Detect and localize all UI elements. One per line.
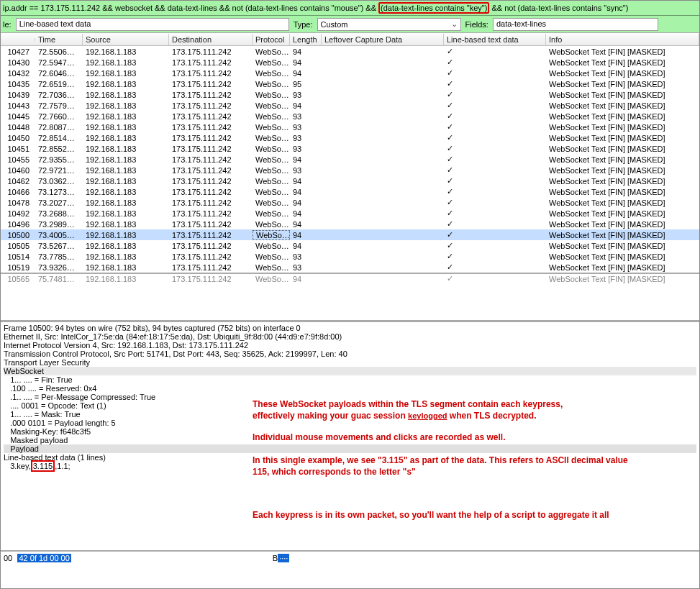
packet-list-body[interactable]: 1042772.5506…192.168.1.183173.175.111.24… [1, 46, 699, 320]
type-combo[interactable]: Custom [317, 18, 461, 31]
detail-line[interactable]: Internet Protocol Version 4, Src: 192.16… [4, 341, 696, 350]
packet-row[interactable]: 1051473.7785…192.168.1.183173.175.111.24… [1, 251, 699, 262]
cell: WebSocket Text [FIN] [MASKED] [546, 177, 699, 186]
display-filter-bar[interactable]: ip.addr == 173.175.111.242 && websocket … [1, 1, 699, 15]
col-src[interactable]: Source [83, 34, 169, 45]
cell: 10565 [1, 275, 35, 283]
packet-list-header[interactable]: Time Source Destination Protocol Length … [1, 33, 699, 46]
cell: 72.7579… [35, 101, 83, 110]
cell: 192.168.1.183 [83, 177, 169, 186]
detail-line[interactable]: Payload [4, 444, 696, 453]
cell: 94 [290, 155, 322, 164]
fields-input[interactable]: data-text-lines [493, 18, 658, 31]
packet-row[interactable]: 1045172.8552…192.168.1.183173.175.111.24… [1, 143, 699, 154]
filter-text-post: && not (data-text-lines contains "sync") [491, 4, 628, 12]
packet-row[interactable]: 1043572.6519…192.168.1.183173.175.111.24… [1, 78, 699, 89]
chevron-down-icon [451, 19, 458, 29]
cell: WebSo… [253, 69, 290, 78]
packet-detail-pane[interactable]: Frame 10500: 94 bytes on wire (752 bits)… [1, 320, 699, 550]
packet-row[interactable]: 1045072.8514…192.168.1.183173.175.111.24… [1, 132, 699, 143]
cell: 173.175.111.242 [169, 263, 253, 272]
cell: 10435 [1, 80, 35, 88]
detail-line[interactable]: .100 .... = Reserved: 0x4 [4, 384, 696, 393]
cell: 10492 [1, 209, 35, 218]
packet-row[interactable]: 1044872.8087…192.168.1.183173.175.111.24… [1, 122, 699, 132]
cell: ✓ [444, 133, 546, 142]
detail-line[interactable]: Frame 10500: 94 bytes on wire (752 bits)… [4, 324, 696, 332]
packet-list-pane[interactable]: Time Source Destination Protocol Length … [1, 32, 699, 320]
packet-row[interactable]: 1046072.9721…192.168.1.183173.175.111.24… [1, 165, 699, 175]
hex-ascii-sel: ···· [278, 554, 289, 562]
packet-row[interactable]: 1043072.5947…192.168.1.183173.175.111.24… [1, 57, 699, 68]
packet-row[interactable]: 1044572.7660…192.168.1.183173.175.111.24… [1, 111, 699, 122]
detail-line[interactable]: Ethernet II, Src: IntelCor_17:5e:da (84:… [4, 332, 696, 341]
cell: ✓ [444, 47, 546, 56]
cell: WebSo… [253, 91, 290, 99]
cell: ✓ [444, 90, 546, 99]
detail-line[interactable]: WebSocket [4, 367, 696, 375]
col-time[interactable]: Time [35, 34, 83, 45]
packet-row[interactable]: 1046673.1273…192.168.1.183173.175.111.24… [1, 186, 699, 197]
packet-row[interactable]: 1049273.2688…192.168.1.183173.175.111.24… [1, 208, 699, 219]
hex-selected-bytes: 42 0f 1d 00 00 [17, 554, 71, 562]
line-text-input[interactable]: Line-based text data [16, 18, 289, 31]
cell: 10451 [1, 145, 35, 153]
packet-row[interactable]: 1050573.5267…192.168.1.183173.175.111.24… [1, 240, 699, 251]
cell: WebSocket Text [FIN] [MASKED] [546, 155, 699, 164]
detail-line[interactable]: Transmission Control Protocol, Src Port:… [4, 350, 696, 358]
packet-row[interactable]: 1051973.9326…192.168.1.183173.175.111.24… [1, 262, 699, 273]
cell: 10478 [1, 198, 35, 207]
col-len[interactable]: Length [290, 34, 322, 45]
cell: WebSo… [253, 275, 290, 283]
packet-row[interactable]: 1043272.6046…192.168.1.183173.175.111.24… [1, 68, 699, 78]
cell: 10462 [1, 177, 35, 186]
cell: WebSocket Text [FIN] [MASKED] [546, 209, 699, 218]
packet-row[interactable]: 1049673.2989…192.168.1.183173.175.111.24… [1, 219, 699, 229]
col-left[interactable]: Leftover Capture Data [322, 34, 444, 45]
col-line[interactable]: Line-based text data [444, 34, 546, 45]
detail-line[interactable]: Transport Layer Security [4, 358, 696, 367]
cell: ✓ [444, 252, 546, 261]
col-dst[interactable]: Destination [169, 34, 253, 45]
annotation: These WebSocket payloads within the TLS … [253, 398, 677, 421]
cell: 94 [290, 198, 322, 207]
cell: 72.8514… [35, 134, 83, 142]
annotation: Individual mouse movements and clicks ar… [253, 432, 677, 443]
packet-row[interactable]: 1043972.7036…192.168.1.183173.175.111.24… [1, 89, 699, 100]
col-info[interactable]: Info [546, 34, 699, 45]
packet-row[interactable]: 1042772.5506…192.168.1.183173.175.111.24… [1, 46, 699, 57]
hex-footer[interactable]: 00 42 0f 1d 00 00 B···· [1, 550, 699, 565]
col-no[interactable] [1, 38, 35, 41]
packet-row[interactable]: 1046273.0362…192.168.1.183173.175.111.24… [1, 175, 699, 186]
cell: WebSo… [253, 112, 290, 121]
cell: 10450 [1, 134, 35, 142]
cell: 192.168.1.183 [83, 69, 169, 78]
cell: WebSo… [253, 166, 290, 175]
cell: 173.175.111.242 [169, 166, 253, 175]
packet-row[interactable]: 1047873.2027…192.168.1.183173.175.111.24… [1, 197, 699, 208]
cell: 94 [290, 231, 322, 239]
packet-row[interactable]: 1050073.4005…192.168.1.183173.175.111.24… [1, 229, 699, 240]
cell: 173.175.111.242 [169, 155, 253, 164]
cell: ✓ [444, 176, 546, 186]
cell: WebSocket Text [FIN] [MASKED] [546, 91, 699, 99]
cell: 192.168.1.183 [83, 112, 169, 121]
detail-line[interactable]: 1... .... = Fin: True [4, 375, 696, 384]
cell: 192.168.1.183 [83, 275, 169, 283]
cell: 10432 [1, 69, 35, 78]
cell: 192.168.1.183 [83, 58, 169, 67]
cell: WebSocket Text [FIN] [MASKED] [546, 263, 699, 272]
cell: 173.175.111.242 [169, 69, 253, 78]
cell: 10439 [1, 91, 35, 99]
packet-row[interactable]: 1045572.9355…192.168.1.183173.175.111.24… [1, 154, 699, 165]
col-proto[interactable]: Protocol [253, 34, 290, 45]
cell: 10514 [1, 252, 35, 261]
packet-row[interactable]: 1044372.7579…192.168.1.183173.175.111.24… [1, 100, 699, 111]
cell: 93 [290, 91, 322, 99]
cell: 72.5506… [35, 47, 83, 56]
packet-row[interactable]: 1056575.7481…192.168.1.183173.175.111.24… [1, 273, 699, 283]
cell: 72.7036… [35, 91, 83, 99]
cell: WebSo… [253, 80, 290, 88]
cell: ✓ [444, 111, 546, 121]
cell: 93 [290, 112, 322, 121]
